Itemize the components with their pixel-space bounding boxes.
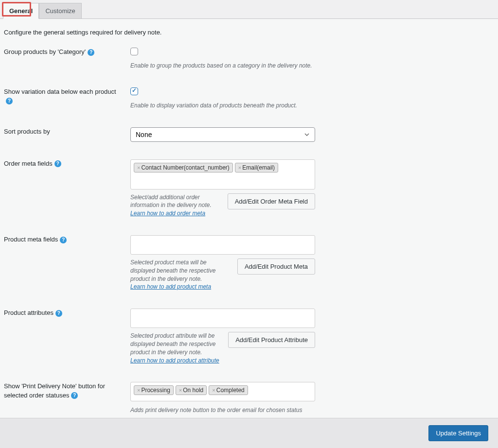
label-group-category: Group products by 'Category'? bbox=[4, 48, 130, 56]
tag-item[interactable]: ×Completed bbox=[209, 385, 248, 395]
desc-variation-data: Enable to display variation data of prod… bbox=[130, 102, 374, 110]
select-sort-products[interactable]: None bbox=[130, 127, 315, 142]
help-icon[interactable]: ? bbox=[55, 310, 62, 317]
help-icon[interactable]: ? bbox=[88, 49, 94, 56]
desc-group-category: Enable to group the products based on a … bbox=[130, 62, 374, 70]
tag-item[interactable]: ×Contact Number(contact_number) bbox=[134, 163, 233, 172]
settings-form: Configure the general settings required … bbox=[0, 19, 498, 448]
help-icon[interactable]: ? bbox=[71, 392, 78, 399]
add-edit-product-attribute-button[interactable]: Add/Edit Product Attribute bbox=[228, 332, 315, 348]
update-settings-button[interactable]: Update Settings bbox=[428, 425, 488, 441]
tabs: General Customize bbox=[0, 0, 498, 19]
tag-item[interactable]: ×Processing bbox=[134, 385, 174, 395]
tagbox-product-meta[interactable] bbox=[130, 235, 315, 255]
label-sort-products: Sort products by bbox=[4, 127, 130, 136]
label-variation-data: Show variation data below each product? bbox=[4, 87, 130, 105]
help-icon[interactable]: ? bbox=[54, 160, 61, 167]
tab-general[interactable]: General bbox=[3, 3, 39, 19]
close-icon[interactable]: × bbox=[137, 387, 140, 393]
label-product-attributes: Product attributes? bbox=[4, 309, 130, 317]
close-icon[interactable]: × bbox=[212, 387, 215, 393]
tab-customize[interactable]: Customize bbox=[39, 3, 81, 18]
tagbox-statuses[interactable]: ×Processing ×On hold ×Completed bbox=[130, 382, 315, 401]
label-product-meta: Product meta fields? bbox=[4, 235, 130, 244]
checkbox-group-category[interactable] bbox=[130, 48, 138, 55]
close-icon[interactable]: × bbox=[137, 165, 140, 171]
close-icon[interactable]: × bbox=[179, 387, 182, 393]
help-icon[interactable]: ? bbox=[6, 98, 13, 104]
add-edit-product-meta-button[interactable]: Add/Edit Product Meta bbox=[237, 258, 315, 275]
close-icon[interactable]: × bbox=[238, 165, 241, 171]
desc-product-attributes: Selected product attribute will be displ… bbox=[130, 332, 220, 364]
tag-item[interactable]: ×On hold bbox=[176, 385, 207, 395]
link-product-attributes[interactable]: Learn how to add product attribute bbox=[130, 357, 219, 364]
tagbox-order-meta[interactable]: ×Contact Number(contact_number) ×Email(e… bbox=[130, 159, 315, 190]
footer-bar: Update Settings bbox=[0, 418, 498, 448]
tagbox-product-attributes[interactable] bbox=[130, 309, 315, 328]
label-print-statuses: Show 'Print Delivery Note' button for se… bbox=[4, 382, 130, 399]
label-order-meta: Order meta fields? bbox=[4, 159, 130, 168]
intro-text: Configure the general settings required … bbox=[4, 29, 494, 36]
checkbox-variation-data[interactable] bbox=[130, 87, 138, 95]
add-edit-order-meta-button[interactable]: Add/Edit Order Meta Field bbox=[228, 193, 315, 209]
link-product-meta[interactable]: Learn how to add product meta bbox=[130, 283, 211, 290]
desc-statuses: Adds print delivery note button to the o… bbox=[130, 406, 374, 414]
desc-product-meta: Selected product meta will be displayed … bbox=[130, 258, 230, 291]
desc-order-meta: Select/add additional order information … bbox=[130, 193, 220, 218]
help-icon[interactable]: ? bbox=[60, 237, 67, 243]
link-order-meta[interactable]: Learn how to add order meta bbox=[130, 210, 205, 217]
tag-item[interactable]: ×Email(email) bbox=[235, 163, 278, 172]
